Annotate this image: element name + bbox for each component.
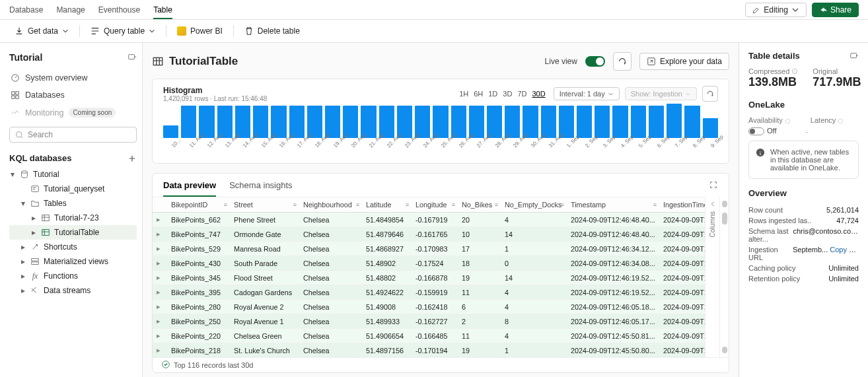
delete-table-button[interactable]: Delete table xyxy=(239,24,305,38)
query-icon xyxy=(90,26,100,36)
column-menu-icon[interactable]: ≡ xyxy=(224,201,227,208)
table-row[interactable]: ▸BikePoints_280Royal Avenue 2Chelsea51.4… xyxy=(153,300,705,314)
top-tab-database[interactable]: Database xyxy=(9,1,43,18)
search-input[interactable]: Search xyxy=(9,127,137,143)
column-header[interactable]: Street≡ xyxy=(230,197,299,213)
info-icon[interactable] xyxy=(791,68,798,75)
vertical-scrollbar[interactable] xyxy=(719,197,729,357)
bar: 4. Sep xyxy=(612,106,628,156)
tree-queryset[interactable]: Tutorial_queryset xyxy=(9,182,137,196)
column-header[interactable]: No_Bikes≡ xyxy=(458,197,501,213)
scroll-up-button[interactable] xyxy=(722,201,727,207)
power-bi-button[interactable]: Power BI xyxy=(172,24,228,38)
add-icon[interactable] xyxy=(127,154,137,163)
separator xyxy=(233,25,234,37)
trash-icon xyxy=(244,26,254,36)
range-1D[interactable]: 1D xyxy=(486,88,500,99)
separator xyxy=(166,25,166,37)
folder-icon xyxy=(30,199,40,208)
compressed-value: 139.8MB xyxy=(748,75,798,89)
overview-row: Schema last alter...chris@contoso.com, M… xyxy=(748,226,859,244)
nav-label: Databases xyxy=(25,90,65,100)
live-view-toggle[interactable] xyxy=(585,56,605,67)
column-menu-icon[interactable]: ≡ xyxy=(561,201,564,208)
column-menu-icon[interactable]: ≡ xyxy=(406,201,409,208)
column-header[interactable]: IngestionTime≡ xyxy=(659,197,705,213)
stream-icon xyxy=(30,286,40,295)
explore-icon xyxy=(647,57,656,66)
tree-shortcuts[interactable]: ▸ Shortcuts xyxy=(9,240,137,254)
scroll-down-button[interactable] xyxy=(722,347,727,353)
info-icon[interactable] xyxy=(785,118,791,124)
share-icon xyxy=(819,6,827,14)
bar: 3. Sep xyxy=(595,106,610,156)
share-button[interactable]: Share xyxy=(812,3,859,17)
column-header[interactable]: BikepointID≡ xyxy=(167,197,230,213)
column-menu-icon[interactable]: ≡ xyxy=(653,201,657,208)
tab-data-preview[interactable]: Data preview xyxy=(163,180,216,197)
nav-databases[interactable]: Databases xyxy=(9,86,137,104)
column-menu-icon[interactable]: ≡ xyxy=(356,201,359,208)
tree-label: Functions xyxy=(44,271,78,281)
nav-system-overview[interactable]: System overview xyxy=(9,69,137,86)
tree-functions[interactable]: ▸ fx Functions xyxy=(9,269,137,283)
tree-tables[interactable]: ▾ Tables xyxy=(9,196,137,211)
refresh-button[interactable] xyxy=(613,52,632,71)
table-row[interactable]: ▸BikePoints_250Royal Avenue 1Chelsea51.4… xyxy=(153,314,705,329)
scroll-thumb[interactable] xyxy=(722,213,727,224)
get-data-button[interactable]: Get data xyxy=(9,24,74,38)
range-6H[interactable]: 6H xyxy=(471,88,486,99)
column-header[interactable]: Latitude≡ xyxy=(362,197,412,213)
time-range-selector[interactable]: 1H6H1D3D7D30D xyxy=(456,90,548,98)
tree-db[interactable]: ▾ Tutorial xyxy=(9,167,137,182)
range-3D[interactable]: 3D xyxy=(500,88,515,99)
table-row[interactable]: ▸BikePoints_747Ormonde GateChelsea51.487… xyxy=(153,227,705,242)
details-title: Table details xyxy=(748,51,800,61)
tree-table-b[interactable]: ▸ TutorialTable xyxy=(9,225,137,240)
top-tab-eventhouse[interactable]: Eventhouse xyxy=(98,1,140,18)
expand-button[interactable] xyxy=(709,180,718,197)
histogram-refresh-button[interactable] xyxy=(702,86,718,102)
show-label: Show: Ingestion xyxy=(631,90,682,98)
range-7D[interactable]: 7D xyxy=(515,88,529,99)
column-header[interactable]: Timestamp≡ xyxy=(567,197,659,213)
table-row[interactable]: ▸BikePoints_220Chelsea GreenChelsea51.49… xyxy=(153,329,705,343)
bar: 24. Aug xyxy=(415,106,430,156)
column-header[interactable]: Longitude≡ xyxy=(412,197,458,213)
onelake-toggle[interactable] xyxy=(748,127,764,135)
column-menu-icon[interactable]: ≡ xyxy=(293,201,297,208)
tree-data-streams[interactable]: ▸ Data streams xyxy=(9,283,137,298)
copy-uri-link[interactable]: Copy URI xyxy=(828,246,859,254)
top-tab-manage[interactable]: Manage xyxy=(56,1,85,18)
pin-icon[interactable] xyxy=(127,53,137,62)
editing-dropdown[interactable]: Editing xyxy=(745,3,807,17)
top-tab-table[interactable]: Table xyxy=(153,1,172,19)
interval-dropdown[interactable]: Interval: 1 day xyxy=(554,87,620,100)
table-row[interactable]: ▸BikePoints_345Flood StreetChelsea51.488… xyxy=(153,271,705,285)
table-row[interactable]: ▸BikePoints_430South ParadeChelsea51.489… xyxy=(153,256,705,271)
range-1H[interactable]: 1H xyxy=(456,88,471,99)
collapse-icon[interactable] xyxy=(850,51,859,61)
tab-schema-insights[interactable]: Schema insights xyxy=(229,180,292,197)
query-table-button[interactable]: Query table xyxy=(85,24,161,38)
range-30D[interactable]: 30D xyxy=(529,88,548,99)
explore-data-button[interactable]: Explore your data xyxy=(639,53,729,70)
column-menu-icon[interactable]: ≡ xyxy=(495,201,498,208)
power-bi-label: Power BI xyxy=(190,26,223,36)
column-header[interactable]: No_Empty_Docks≡ xyxy=(501,197,567,213)
bar: 13. Aug xyxy=(217,106,233,156)
column-header[interactable]: Neighbourhood≡ xyxy=(299,197,362,213)
table-row[interactable]: ▸BikePoints_218St. Luke's ChurchChelsea5… xyxy=(153,343,705,358)
table-row[interactable]: ▸BikePoints_662Phene StreetChelsea51.484… xyxy=(153,213,705,227)
svg-rect-2 xyxy=(12,92,15,94)
tree-table-a[interactable]: ▸ Tutorial-7-23 xyxy=(9,211,137,225)
column-menu-icon[interactable]: ≡ xyxy=(452,201,455,208)
columns-panel-toggle[interactable]: Columns xyxy=(705,197,719,357)
monitor-icon xyxy=(11,108,20,118)
table-row[interactable]: ▸BikePoints_529Manresa RoadChelsea51.486… xyxy=(153,242,705,256)
info-icon[interactable] xyxy=(838,118,844,124)
tree-mat-views[interactable]: ▸ Materialized views xyxy=(9,254,137,269)
overview-row: Row count5,261,014 xyxy=(748,205,859,215)
table-row[interactable]: ▸BikePoints_395Cadogan GardensChelsea51.… xyxy=(153,285,705,300)
bar: 2. Sep xyxy=(577,106,592,156)
